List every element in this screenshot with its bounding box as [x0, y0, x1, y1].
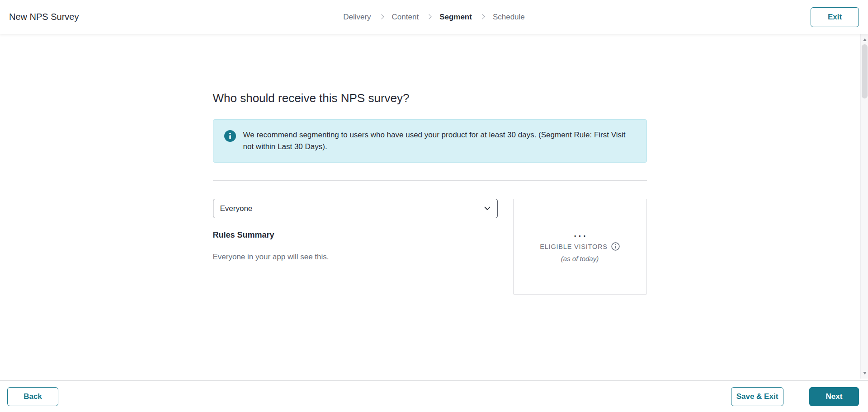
scroll-down-arrow-icon[interactable] — [861, 369, 868, 378]
wizard-footer: Back Save & Exit Next — [0, 380, 868, 412]
main-content-area: Who should receive this NPS survey? We r… — [0, 34, 860, 380]
next-button[interactable]: Next — [809, 387, 859, 406]
rules-summary-title: Rules Summary — [213, 230, 498, 240]
as-of-today-note: (as of today) — [561, 255, 599, 262]
breadcrumb-step-content[interactable]: Content — [392, 13, 419, 22]
breadcrumb-step-schedule[interactable]: Schedule — [493, 13, 525, 22]
chevron-right-icon — [426, 14, 431, 19]
eligible-visitors-card: ... ELIGIBLE VISITORS (as of today) — [513, 199, 647, 295]
segment-select-value: Everyone — [220, 204, 253, 213]
scroll-up-arrow-icon[interactable] — [861, 35, 868, 44]
eligible-count-loading: ... — [574, 231, 588, 237]
section-divider — [213, 180, 647, 181]
vertical-scrollbar[interactable] — [860, 34, 868, 379]
back-button[interactable]: Back — [7, 387, 58, 406]
exit-button[interactable]: Exit — [811, 7, 859, 27]
scrollbar-thumb[interactable] — [862, 44, 868, 98]
breadcrumb-step-delivery[interactable]: Delivery — [343, 13, 371, 22]
segment-select[interactable]: Everyone — [213, 199, 498, 218]
save-and-exit-button[interactable]: Save & Exit — [731, 387, 783, 406]
wizard-header: New NPS Survey Delivery Content Segment … — [0, 0, 868, 34]
eligible-visitors-label: ELIGIBLE VISITORS — [540, 243, 608, 250]
chevron-right-icon — [379, 14, 384, 19]
breadcrumb: Delivery Content Segment Schedule — [0, 13, 868, 22]
breadcrumb-step-segment[interactable]: Segment — [439, 13, 472, 22]
recommendation-banner: We recommend segmenting to users who hav… — [213, 119, 647, 163]
question-heading: Who should receive this NPS survey? — [213, 91, 647, 105]
chevron-down-icon — [484, 206, 491, 211]
chevron-right-icon — [480, 14, 485, 19]
info-icon — [224, 130, 236, 144]
rules-summary-description: Everyone in your app will see this. — [213, 253, 498, 262]
info-outline-icon[interactable] — [611, 242, 620, 251]
recommendation-text: We recommend segmenting to users who hav… — [243, 129, 627, 153]
